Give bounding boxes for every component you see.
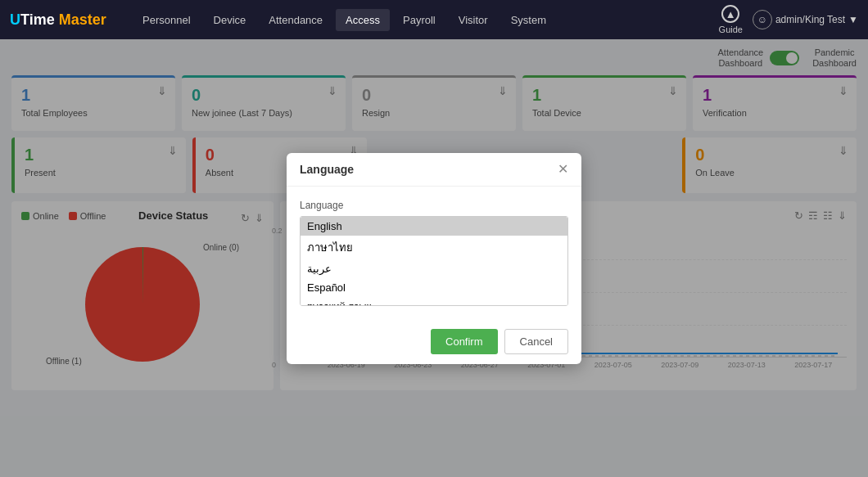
nav-item-personnel[interactable]: Personnel: [133, 9, 201, 31]
nav-menu: Personnel Device Attendance Access Payro…: [133, 9, 703, 31]
guide-icon: ▲: [721, 5, 739, 23]
lang-option-english[interactable]: English: [301, 217, 567, 236]
language-modal: Language ✕ Language English ภาษาไทย عربي…: [287, 153, 581, 364]
main-content: AttendanceDashboard PandemicDashboard 1 …: [0, 39, 868, 477]
nav-item-attendance[interactable]: Attendance: [259, 9, 332, 31]
language-select[interactable]: English ภาษาไทย عربية Español русский яз…: [300, 216, 568, 306]
nav-right: ▲ Guide ☺ admin/King Test ▼: [719, 5, 858, 34]
user-dropdown-icon: ▼: [848, 14, 858, 25]
modal-body: Language English ภาษาไทย عربية Español р…: [287, 187, 581, 319]
confirm-button[interactable]: Confirm: [431, 329, 498, 354]
guide-button[interactable]: ▲ Guide: [719, 5, 743, 34]
guide-label: Guide: [719, 25, 743, 34]
modal-overlay[interactable]: Language ✕ Language English ภาษาไทย عربي…: [0, 39, 868, 477]
app-logo[interactable]: UTime Master: [10, 11, 116, 29]
modal-title: Language: [300, 163, 354, 176]
lang-option-thai[interactable]: ภาษาไทย: [301, 236, 567, 259]
lang-option-arabic[interactable]: عربية: [301, 259, 567, 278]
language-field-label: Language: [300, 200, 568, 211]
modal-footer: Confirm Cancel: [287, 319, 581, 364]
lang-option-spanish[interactable]: Español: [301, 278, 567, 297]
nav-item-visitor[interactable]: Visitor: [449, 9, 498, 31]
modal-close-button[interactable]: ✕: [558, 163, 568, 176]
logo-master: Master: [59, 11, 106, 29]
nav-item-system[interactable]: System: [501, 9, 556, 31]
user-avatar: ☺: [753, 10, 772, 29]
nav-item-access[interactable]: Access: [336, 9, 390, 31]
nav-item-payroll[interactable]: Payroll: [393, 9, 445, 31]
user-name: admin/King Test: [775, 14, 845, 25]
logo-time: Time: [20, 11, 55, 29]
navbar: UTime Master Personnel Device Attendance…: [0, 0, 868, 39]
logo-u: U: [10, 11, 20, 29]
user-menu[interactable]: ☺ admin/King Test ▼: [753, 10, 858, 29]
cancel-button[interactable]: Cancel: [504, 329, 568, 354]
lang-option-russian[interactable]: русский язык: [301, 297, 567, 306]
modal-header: Language ✕: [287, 153, 581, 187]
nav-item-device[interactable]: Device: [204, 9, 256, 31]
